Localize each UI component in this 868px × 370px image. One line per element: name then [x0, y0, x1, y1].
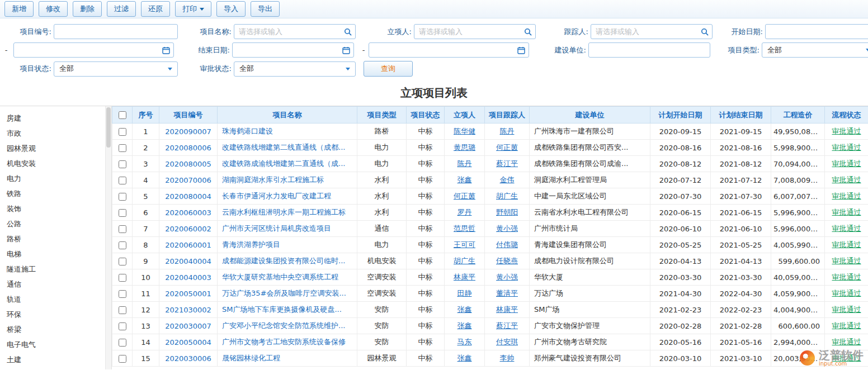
calendar-icon[interactable] [342, 46, 350, 54]
sidebar-item[interactable]: 通信 [0, 277, 106, 292]
cell-flow[interactable]: 审批通过 [825, 237, 868, 253]
row-checkbox[interactable] [119, 258, 126, 265]
cell-initiator[interactable]: 何正茵 [445, 188, 485, 205]
sidebar-item[interactable]: 电梯 [0, 246, 106, 262]
sidebar-item[interactable]: 电力 [0, 171, 106, 186]
sidebar-item[interactable]: 钢结构 [0, 367, 106, 369]
cell-flow[interactable]: 审批通过 [825, 124, 868, 140]
cell-tracker[interactable]: 何正茵 [485, 140, 530, 156]
column-header-type[interactable]: 项目类型 [357, 107, 407, 124]
column-header-start[interactable]: 计划开始日期 [650, 107, 711, 124]
cell-name[interactable]: 云南水利枢纽潜明水库一期工程施工标 [218, 205, 357, 221]
column-header-tracker[interactable]: 项目跟踪人 [485, 107, 530, 124]
row-checkbox[interactable] [119, 306, 126, 314]
column-header-initiator[interactable]: 立项人 [445, 107, 485, 124]
cell-tracker[interactable]: 蔡江平 [485, 318, 530, 334]
cell-flow[interactable]: 审批通过 [825, 318, 868, 334]
sidebar-item[interactable]: 桥梁 [0, 322, 106, 337]
cell-initiator[interactable]: 马东 [445, 334, 485, 350]
query-button[interactable]: 查询 [364, 61, 413, 77]
cell-code[interactable]: 2020080006 [159, 140, 218, 156]
calendar-icon[interactable] [517, 46, 525, 54]
sidebar-item[interactable]: 隧道施工 [0, 262, 106, 277]
cell-flow[interactable]: 审批通过 [825, 221, 868, 237]
cell-tracker[interactable]: 黄小强 [485, 269, 530, 286]
cell-code[interactable]: 2020070006 [159, 172, 218, 188]
cell-code[interactable]: 2020040004 [159, 253, 218, 269]
project-no-input[interactable] [54, 24, 178, 39]
cell-flow[interactable]: 审批通过 [825, 172, 868, 188]
project-name-input[interactable] [234, 24, 356, 39]
column-header-no[interactable]: 序号 [133, 107, 159, 124]
filter-button[interactable]: 过滤 [107, 1, 136, 17]
row-checkbox[interactable] [119, 160, 126, 168]
column-header-unit[interactable]: 建设单位 [530, 107, 650, 124]
row-checkbox[interactable] [119, 128, 126, 136]
cell-code[interactable]: 2020060003 [159, 205, 218, 221]
cell-flow[interactable]: 审批通过 [825, 269, 868, 286]
sidebar-scrollbar[interactable] [105, 106, 111, 369]
cell-tracker[interactable]: 黄小强 [485, 221, 530, 237]
row-checkbox[interactable] [119, 274, 126, 282]
cell-initiator[interactable]: 陈丹 [445, 156, 485, 172]
sidebar-item[interactable]: 机电安装 [0, 156, 106, 171]
row-checkbox[interactable] [119, 339, 126, 347]
start-date-from-input[interactable] [765, 24, 868, 39]
cell-code[interactable]: 2020030006 [159, 350, 218, 367]
approval-status-select[interactable]: 全部 [234, 61, 356, 77]
cell-initiator[interactable]: 罗丹 [445, 205, 485, 221]
initiator-input[interactable] [414, 24, 536, 39]
column-header-status[interactable]: 项目状态 [407, 107, 445, 124]
sidebar-item[interactable]: 轨道 [0, 292, 106, 307]
cell-flow[interactable]: 审批通过 [825, 334, 868, 350]
end-date-from-input[interactable] [232, 42, 354, 58]
start-date-to-input[interactable] [13, 42, 174, 58]
cell-flow[interactable]: 审批通过 [825, 253, 868, 269]
search-icon[interactable] [344, 28, 352, 36]
row-checkbox[interactable] [119, 241, 126, 249]
calendar-icon[interactable] [162, 46, 170, 54]
sidebar-item[interactable]: 电子电气 [0, 337, 106, 352]
row-checkbox[interactable] [119, 209, 126, 217]
cell-code[interactable]: 2020040003 [159, 269, 218, 286]
cell-name[interactable]: 成都能源建设集团投资有限公司临时... [218, 253, 357, 269]
restore-button[interactable]: 还原 [141, 1, 170, 17]
cell-name[interactable]: 长春市伊通河水力发电厂改建工程 [218, 188, 357, 205]
cell-code[interactable]: 2020090007 [159, 124, 218, 140]
cell-name[interactable]: 改建铁路成渝线增建第二直通线（成... [218, 156, 357, 172]
cell-initiator[interactable]: 张鑫 [445, 302, 485, 318]
cell-tracker[interactable]: 陈丹 [485, 124, 530, 140]
select-all-checkbox[interactable] [119, 111, 126, 119]
add-button[interactable]: 新增 [4, 1, 34, 17]
cell-name[interactable]: SM广场地下车库更换摄像机及硬盘... [218, 302, 357, 318]
cell-initiator[interactable]: 胡广生 [445, 253, 485, 269]
cell-initiator[interactable]: 黄思璐 [445, 140, 485, 156]
column-header-code[interactable]: 项目编号 [159, 107, 218, 124]
sidebar-item[interactable]: 装饰 [0, 201, 106, 216]
sidebar-item[interactable]: 土建 [0, 352, 106, 367]
cell-initiator[interactable]: 张鑫 [445, 350, 485, 367]
sidebar-item[interactable]: 公路 [0, 216, 106, 231]
column-header-name[interactable]: 项目名称 [218, 107, 357, 124]
sidebar-item[interactable]: 路桥 [0, 231, 106, 246]
sidebar-item[interactable]: 房建 [0, 111, 106, 126]
row-checkbox[interactable] [119, 322, 126, 330]
cell-flow[interactable]: 审批通过 [825, 188, 868, 205]
tracker-input[interactable] [591, 24, 713, 39]
cell-tracker[interactable]: 付安琪 [485, 334, 530, 350]
cell-code[interactable]: 2020060001 [159, 237, 218, 253]
import-button[interactable]: 导入 [216, 1, 246, 17]
cell-name[interactable]: 广安邓小平纪念馆安全防范系统维护... [218, 318, 357, 334]
project-type-select[interactable]: 全部 [762, 42, 868, 58]
scrollbar-thumb[interactable] [106, 107, 111, 148]
cell-initiator[interactable]: 田静 [445, 286, 485, 302]
cell-tracker[interactable]: 林康平 [485, 302, 530, 318]
cell-name[interactable]: 改建铁路线增建第二线直通线（成都... [218, 140, 357, 156]
column-header-flow[interactable]: 流程状态 [825, 107, 868, 124]
search-icon[interactable] [701, 28, 709, 36]
cell-code[interactable]: 2020030007 [159, 318, 218, 334]
cell-tracker[interactable]: 李帅 [485, 350, 530, 367]
edit-button[interactable]: 修改 [39, 1, 68, 17]
cell-flow[interactable]: 审批通过 [825, 286, 868, 302]
cell-flow[interactable]: 审批通过 [825, 205, 868, 221]
